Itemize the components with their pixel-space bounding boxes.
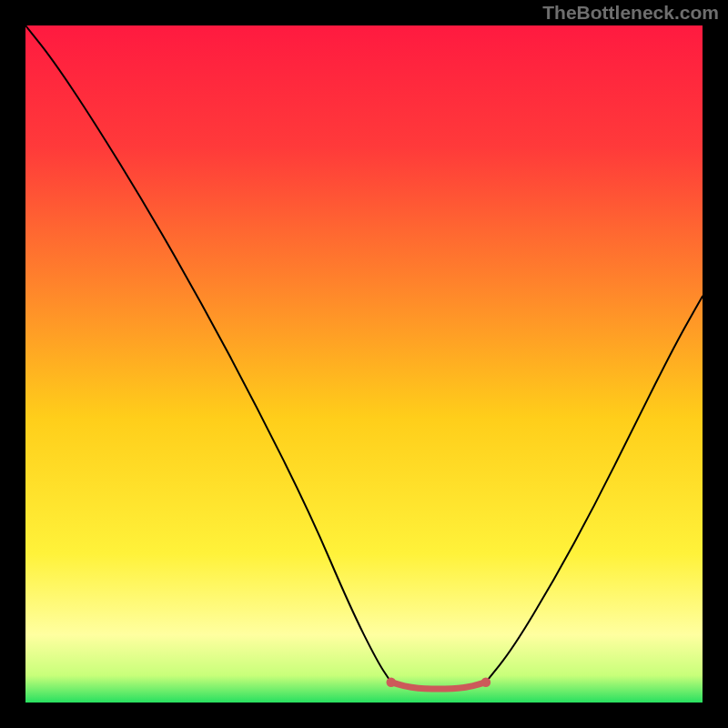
bottleneck-chart [25, 25, 703, 703]
gradient-rect [25, 25, 703, 703]
valley-endpoint [481, 677, 491, 687]
chart-frame: TheBottleneck.com [0, 0, 728, 728]
valley-endpoint [387, 677, 397, 687]
watermark-text: TheBottleneck.com [542, 2, 719, 24]
